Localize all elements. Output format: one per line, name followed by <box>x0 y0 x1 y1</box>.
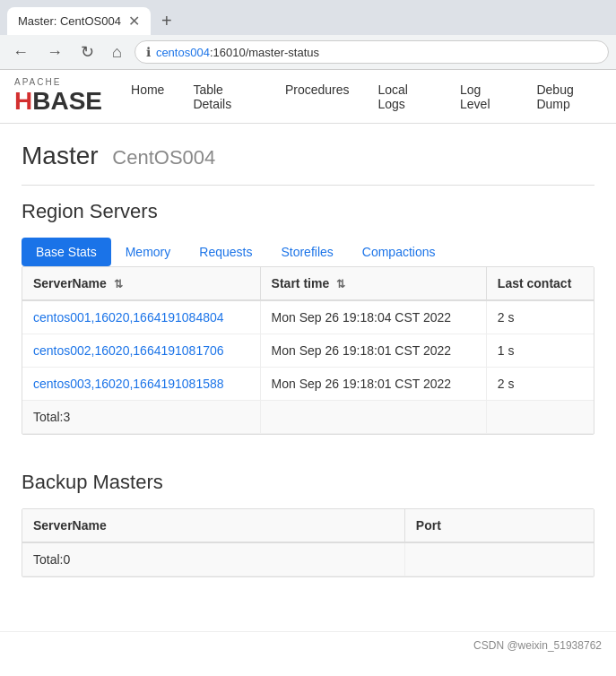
table-row: centos003,16020,1664191081588 Mon Sep 26… <box>22 368 594 401</box>
refresh-button[interactable]: ↻ <box>75 40 100 64</box>
cell-server-3: centos003,16020,1664191081588 <box>22 368 260 401</box>
total-row: Total:3 <box>22 401 594 434</box>
total-empty-1 <box>260 401 486 434</box>
nav-log-level[interactable]: Log Level <box>446 72 522 122</box>
divider <box>22 185 594 186</box>
col-start-time: Start time ⇅ <box>260 267 486 300</box>
hbase-navbar: APACHE HBASE Home Table Details Procedur… <box>0 70 616 124</box>
cell-contact-3: 2 s <box>486 368 594 401</box>
info-icon: ℹ <box>146 45 151 59</box>
table-header: ServerName ⇅ Start time ⇅ Last contact <box>22 267 594 300</box>
nav-table-details[interactable]: Table Details <box>178 72 271 122</box>
backup-table-header: ServerName Port <box>22 509 594 542</box>
hbase-h: H <box>14 87 32 115</box>
back-button[interactable]: ← <box>7 41 34 64</box>
tab-memory[interactable]: Memory <box>111 238 186 266</box>
address-path: :16010/master-status <box>210 46 319 59</box>
backup-total-row: Total:0 <box>22 542 594 576</box>
sort-icon-server[interactable]: ⇅ <box>114 278 123 290</box>
cell-start-3: Mon Sep 26 19:18:01 CST 2022 <box>260 368 486 401</box>
new-tab-button[interactable]: + <box>154 9 179 33</box>
tab-requests[interactable]: Requests <box>185 238 266 266</box>
region-servers-table: ServerName ⇅ Start time ⇅ Last contact c… <box>22 267 594 434</box>
cell-contact-2: 1 s <box>486 334 594 368</box>
region-servers-section: Region Servers Base Stats Memory Request… <box>22 200 594 435</box>
tab-bar: Master: CentOS004 ✕ + <box>0 0 616 35</box>
nav-links: Home Table Details Procedures Local Logs… <box>117 72 616 122</box>
nav-local-logs[interactable]: Local Logs <box>363 72 446 122</box>
nav-home[interactable]: Home <box>117 72 178 122</box>
backup-col-server: ServerName <box>22 509 404 542</box>
server-link-1[interactable]: centos001,16020,1664191084804 <box>33 310 224 325</box>
backup-table-body: Total:0 <box>22 542 594 576</box>
browser-tab[interactable]: Master: CentOS004 ✕ <box>7 7 151 35</box>
hbase-text: HBASE <box>14 87 102 116</box>
backup-masters-title: Backup Masters <box>22 471 594 494</box>
tab-title: Master: CentOS004 <box>18 14 121 28</box>
backup-masters-table: ServerName Port Total:0 <box>22 509 594 576</box>
browser-chrome: Master: CentOS004 ✕ + ← → ↻ ⌂ ℹ centos00… <box>0 0 616 70</box>
page-title-master: Master <box>22 142 99 169</box>
region-server-tabs: Base Stats Memory Requests Storefiles Co… <box>22 238 594 266</box>
address-input[interactable]: ℹ centos004:16010/master-status <box>134 40 609 64</box>
forward-button[interactable]: → <box>41 41 68 64</box>
page-title: Master CentOS004 <box>22 142 594 170</box>
server-link-2[interactable]: centos002,16020,1664191081706 <box>33 343 224 358</box>
hbase-logo: APACHE HBASE <box>0 70 117 123</box>
region-servers-title: Region Servers <box>22 200 594 223</box>
tab-compactions[interactable]: Compactions <box>348 238 450 266</box>
cell-server-2: centos002,16020,1664191081706 <box>22 334 260 368</box>
backup-total-cell: Total:0 <box>22 542 404 576</box>
backup-masters-section: Backup Masters ServerName Port Total:0 <box>22 471 594 577</box>
total-cell: Total:3 <box>22 401 260 434</box>
hbase-base: BASE <box>32 87 102 115</box>
home-button[interactable]: ⌂ <box>107 41 127 64</box>
nav-procedures[interactable]: Procedures <box>271 72 364 122</box>
tab-close-button[interactable]: ✕ <box>128 13 140 30</box>
total-empty-2 <box>486 401 594 434</box>
tab-storefiles[interactable]: Storefiles <box>266 238 347 266</box>
cell-contact-1: 2 s <box>486 300 594 334</box>
address-bar: ← → ↻ ⌂ ℹ centos004:16010/master-status <box>0 35 616 69</box>
table-row: centos002,16020,1664191081706 Mon Sep 26… <box>22 334 594 368</box>
apache-text: APACHE <box>14 77 102 87</box>
backup-total-empty <box>404 542 594 576</box>
server-link-3[interactable]: centos003,16020,1664191081588 <box>33 377 224 391</box>
cell-start-1: Mon Sep 26 19:18:04 CST 2022 <box>260 300 486 334</box>
nav-debug-dump[interactable]: Debug Dump <box>522 72 616 122</box>
watermark: CSDN @weixin_51938762 <box>473 639 602 652</box>
backup-col-port: Port <box>404 509 594 542</box>
address-text: centos004:16010/master-status <box>156 46 319 59</box>
table-body: centos001,16020,1664191084804 Mon Sep 26… <box>22 300 594 434</box>
backup-masters-table-wrapper: ServerName Port Total:0 <box>22 508 594 577</box>
col-server-name: ServerName ⇅ <box>22 267 260 300</box>
footer: CSDN @weixin_51938762 <box>0 631 616 659</box>
address-host: centos004 <box>156 46 210 59</box>
cell-server-1: centos001,16020,1664191084804 <box>22 300 260 334</box>
tab-base-stats[interactable]: Base Stats <box>22 238 111 266</box>
table-row: centos001,16020,1664191084804 Mon Sep 26… <box>22 300 594 334</box>
main-content: Master CentOS004 Region Servers Base Sta… <box>0 124 616 631</box>
cell-start-2: Mon Sep 26 19:18:01 CST 2022 <box>260 334 486 368</box>
sort-icon-start[interactable]: ⇅ <box>336 278 345 290</box>
region-servers-table-wrapper: ServerName ⇅ Start time ⇅ Last contact c… <box>22 266 594 435</box>
col-last-contact: Last contact <box>486 267 594 300</box>
page-hostname: CentOS004 <box>112 146 215 169</box>
